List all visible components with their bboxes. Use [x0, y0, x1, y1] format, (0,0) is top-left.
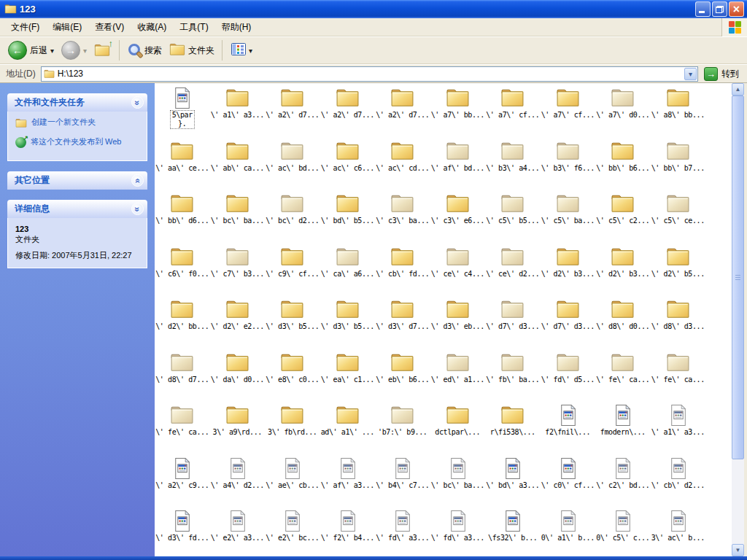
- folder-item[interactable]: \' ea\' c1...: [320, 349, 376, 402]
- folder-item[interactable]: \' a7\' bb...: [430, 85, 486, 138]
- folder-item[interactable]: \' d2\' b3...: [595, 244, 651, 297]
- folder-item[interactable]: \' e8\' c0...: [265, 349, 320, 402]
- close-button[interactable]: [729, 1, 744, 17]
- menu-item[interactable]: 编辑(E): [46, 19, 88, 36]
- folder-item[interactable]: \' d2\' e2...: [210, 296, 266, 349]
- folder-item[interactable]: \' d2\' b5...: [651, 244, 706, 297]
- file-item[interactable]: \' bd\' a3...: [485, 455, 541, 508]
- expand-chevron-icon[interactable]: »: [131, 174, 144, 187]
- restore-button[interactable]: [712, 1, 727, 17]
- file-item[interactable]: 3\' ac\' b...: [651, 508, 706, 556]
- folder-item[interactable]: \' a7\' cf...: [485, 85, 541, 138]
- file-item[interactable]: \' fd\' a3...: [430, 508, 486, 556]
- folder-item[interactable]: \' b3\' f6...: [541, 138, 596, 191]
- folder-item[interactable]: \' ca\' a6...: [320, 244, 376, 297]
- folder-item[interactable]: \' fe\' ca...: [651, 349, 706, 402]
- folder-item[interactable]: \' d8\' d0...: [595, 296, 651, 349]
- folder-item[interactable]: \' bc\' ba...: [210, 190, 266, 244]
- folder-item[interactable]: \' a7\' d0...: [595, 85, 651, 138]
- task-create-new-folder[interactable]: 创建一个新文件夹: [15, 117, 141, 132]
- folder-item[interactable]: \' d7\' d3...: [541, 296, 596, 349]
- folder-item[interactable]: \' ce\' d2...: [485, 244, 541, 297]
- folder-item[interactable]: r\fi538\...: [485, 402, 541, 455]
- file-item[interactable]: \fs32\' b...: [485, 508, 541, 556]
- back-dropdown-icon[interactable]: [50, 45, 54, 55]
- folder-item[interactable]: \' fe\' ca...: [595, 349, 651, 402]
- folder-item[interactable]: \' ac\' c6...: [320, 138, 376, 191]
- file-item[interactable]: 5\par }.: [155, 85, 210, 138]
- menu-item[interactable]: 查看(V): [88, 19, 131, 36]
- folder-item[interactable]: \' c3\' e6...: [430, 190, 486, 244]
- folder-item[interactable]: \' d8\' d3...: [651, 296, 706, 349]
- task-label[interactable]: 创建一个新文件夹: [31, 117, 96, 127]
- menu-item[interactable]: 文件(F): [4, 19, 46, 36]
- file-item[interactable]: \' f2\' b4...: [320, 508, 376, 556]
- scroll-up-button[interactable]: [732, 83, 744, 96]
- file-item[interactable]: fmodern\...: [595, 402, 651, 455]
- file-item[interactable]: \' c2\' bd...: [595, 455, 651, 508]
- scroll-down-button[interactable]: [732, 544, 744, 556]
- file-item[interactable]: f2\fnil\...: [541, 402, 596, 455]
- menu-item[interactable]: 工具(T): [173, 19, 214, 36]
- folder-item[interactable]: \' d2\' b3...: [541, 244, 596, 297]
- file-item[interactable]: 0\' c5\' c...: [595, 508, 651, 556]
- folder-item[interactable]: 3\' fb\rd...: [265, 402, 320, 455]
- forward-button[interactable]: [58, 39, 90, 62]
- folder-item[interactable]: \' c6\' f0...: [155, 244, 210, 297]
- folder-item[interactable]: \' c5\' ba...: [541, 190, 596, 244]
- file-item[interactable]: \' b4\' c7...: [375, 455, 430, 508]
- folder-item[interactable]: \' d3\' eb...: [430, 296, 486, 349]
- folder-item[interactable]: \' a2\' d7...: [265, 85, 320, 138]
- folder-item[interactable]: \' c9\' cf...: [265, 244, 320, 297]
- folder-item[interactable]: \' fb\' ba...: [485, 349, 541, 402]
- folder-item[interactable]: \' ab\' ca...: [210, 138, 266, 191]
- search-button[interactable]: 搜索: [123, 39, 166, 62]
- folder-item[interactable]: \' cb\' fd...: [375, 244, 430, 297]
- folder-item[interactable]: \' d3\' b5...: [265, 296, 320, 349]
- folder-item[interactable]: \' fd\' d5...: [541, 349, 596, 402]
- task-publish-to-web[interactable]: 将这个文件夹发布到 Web: [15, 137, 141, 148]
- folder-item[interactable]: \' ac\' cd...: [375, 138, 430, 191]
- folder-item[interactable]: \' ac\' bd...: [265, 138, 320, 191]
- menu-item[interactable]: 收藏(A): [131, 19, 173, 36]
- file-item[interactable]: \' a1\' a3...: [651, 402, 706, 455]
- folder-item[interactable]: \' a1\' a3...: [210, 85, 266, 138]
- file-item[interactable]: 0\' a1\' b...: [541, 508, 596, 556]
- panel-file-folder-tasks-header[interactable]: 文件和文件夹任务 »: [7, 93, 147, 112]
- folder-item[interactable]: \' ce\' c4...: [430, 244, 486, 297]
- file-item[interactable]: \' af\' a3...: [320, 455, 376, 508]
- folder-item[interactable]: \' bd\' b5...: [320, 190, 376, 244]
- folder-item[interactable]: \' a8\' bb...: [651, 85, 706, 138]
- file-item[interactable]: \' a2\' c9...: [155, 455, 210, 508]
- folder-item[interactable]: \' da\' d0...: [210, 349, 266, 402]
- file-item[interactable]: \' ae\' cb...: [265, 455, 320, 508]
- minimize-button[interactable]: [695, 1, 711, 17]
- folder-item[interactable]: \' eb\' b6...: [375, 349, 430, 402]
- file-item[interactable]: \' e2\' a3...: [210, 508, 266, 556]
- file-item[interactable]: \' e2\' bc...: [265, 508, 320, 556]
- collapse-chevron-icon[interactable]: »: [131, 203, 144, 215]
- folder-item[interactable]: 'b7:\' b9...: [375, 402, 430, 455]
- folder-item[interactable]: \' d3\' d7...: [375, 296, 430, 349]
- views-dropdown-icon[interactable]: [249, 45, 252, 55]
- views-button[interactable]: [226, 39, 256, 62]
- file-item[interactable]: \' bc\' ba...: [430, 455, 486, 508]
- folder-item[interactable]: \' c3\' ba...: [375, 190, 430, 244]
- folder-item[interactable]: \' aa\' ce...: [155, 138, 210, 191]
- file-item[interactable]: \' c0\' cf...: [541, 455, 596, 508]
- folder-item[interactable]: \' d8\' d7...: [155, 349, 210, 402]
- collapse-chevron-icon[interactable]: »: [131, 96, 144, 109]
- folder-item[interactable]: 3\' a9\rd...: [210, 402, 266, 455]
- folder-item[interactable]: \' c5\' b5...: [485, 190, 541, 244]
- scrollbar-thumb[interactable]: [732, 96, 744, 459]
- folder-item[interactable]: ad\' a1\' ...: [320, 402, 376, 455]
- folders-button[interactable]: 文件夹: [166, 39, 218, 62]
- address-input[interactable]: H:\123: [41, 66, 698, 82]
- folder-item[interactable]: \' bc\' d2...: [265, 190, 320, 244]
- folder-item[interactable]: \' b3\' a4...: [485, 138, 541, 191]
- panel-details-header[interactable]: 详细信息 »: [7, 200, 147, 218]
- file-item[interactable]: \' d3\' fd...: [155, 508, 210, 556]
- address-dropdown-button[interactable]: [684, 68, 697, 80]
- folder-item[interactable]: \' c7\' b3...: [210, 244, 266, 297]
- folder-item[interactable]: \' c5\' ce...: [651, 190, 706, 244]
